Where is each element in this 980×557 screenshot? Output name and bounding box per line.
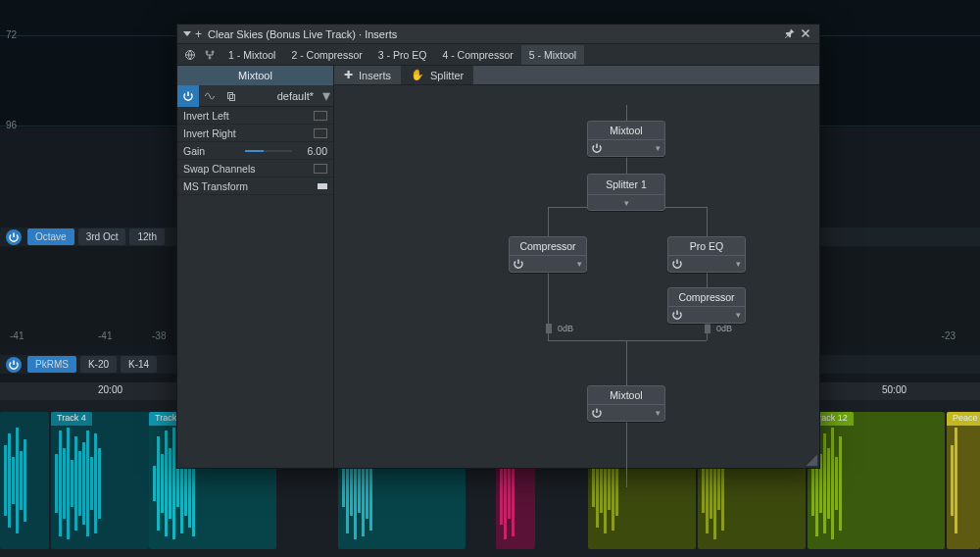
plus-icon: ✚ (344, 69, 353, 81)
axis-label: 96 (6, 120, 17, 130)
chain-tabs: 1 - Mixtool 2 - Compressor 3 - Pro EQ 4 … (220, 45, 584, 65)
close-icon[interactable] (798, 27, 813, 41)
power-icon[interactable] (6, 229, 22, 245)
routing-wire (548, 340, 707, 341)
add-icon[interactable]: + (195, 27, 202, 41)
meter-value: -38 (152, 330, 166, 341)
routing-wire (707, 207, 708, 236)
chevron-down-icon[interactable]: ▾ (686, 310, 745, 320)
meter-mode-k14[interactable]: K-14 (121, 356, 157, 373)
chevron-down-icon[interactable]: ▾ (527, 259, 586, 269)
copy-icon[interactable] (220, 85, 242, 107)
param-invert-right[interactable]: Invert Right (177, 125, 333, 142)
node-power-icon[interactable] (588, 140, 606, 156)
globe-icon[interactable] (181, 46, 199, 64)
toggle[interactable] (318, 183, 327, 189)
node-mixtool-top[interactable]: Mixtool ▾ (587, 121, 665, 157)
audio-clip[interactable]: Track 12 (808, 412, 945, 549)
titlebar[interactable]: + Clear Skies (Bonus Live Track) · Inser… (177, 25, 819, 44)
routing-wire (626, 105, 627, 121)
pin-icon[interactable] (782, 27, 798, 41)
chevron-down-icon[interactable]: ▾ (588, 198, 664, 208)
param-ms[interactable]: MS Transform (177, 177, 333, 195)
audio-clip[interactable]: Peace (947, 412, 980, 549)
checkbox[interactable] (314, 164, 327, 174)
meter-value: -41 (10, 330, 24, 341)
power-icon[interactable] (6, 357, 22, 373)
gain-handle-icon[interactable] (546, 324, 552, 333)
gain-slider[interactable] (245, 150, 292, 152)
meter-mode-k20[interactable]: K-20 (80, 356, 117, 373)
node-power-icon[interactable] (588, 405, 606, 421)
plugin-sidebar: Mixtool default* ▾ Invert Left Invert Ri… (177, 66, 334, 468)
chain-nav: 1 - Mixtool 2 - Compressor 3 - Pro EQ 4 … (177, 44, 819, 66)
param-invert-left[interactable]: Invert Left (177, 107, 333, 125)
gain-label: 0dB (716, 324, 732, 333)
checkbox[interactable] (314, 111, 327, 121)
preset-name[interactable]: default* (242, 90, 319, 102)
sidebar-plugin-tab[interactable]: Mixtool (177, 66, 333, 85)
ruler-tick: 50:00 (882, 384, 906, 395)
clip-label: Peace (947, 412, 980, 426)
routing-canvas[interactable]: ✚Inserts ✋Splitter 0dB 0dB (334, 66, 819, 468)
chain-tab-3[interactable]: 3 - Pro EQ (370, 45, 435, 65)
plugin-power-icon[interactable] (177, 85, 199, 107)
chain-tab-5[interactable]: 5 - Mixtool (521, 45, 584, 65)
node-compressor-right[interactable]: Compressor ▾ (667, 287, 746, 324)
routing-wire (626, 419, 627, 487)
routing-wire (626, 154, 627, 174)
mode-splitter[interactable]: ✋Splitter (401, 66, 473, 84)
gain-value: 6.00 (298, 145, 327, 157)
insert-chain-window[interactable]: + Clear Skies (Bonus Live Track) · Inser… (176, 24, 820, 469)
node-power-icon[interactable] (668, 307, 686, 323)
meter-mode-pkrms[interactable]: PkRMS (27, 356, 76, 373)
window-title: Clear Skies (Bonus Live Track) · Inserts (208, 28, 397, 40)
svg-point-2 (212, 51, 214, 53)
gain-label: 0dB (558, 324, 573, 333)
node-power-icon[interactable] (668, 256, 686, 272)
meter-value: -41 (98, 330, 112, 341)
phase-icon[interactable] (199, 85, 220, 107)
chain-tab-1[interactable]: 1 - Mixtool (220, 45, 283, 65)
chevron-down-icon[interactable]: ▾ (319, 86, 333, 105)
routing-wire (548, 207, 549, 236)
chain-tab-4[interactable]: 4 - Compressor (434, 45, 520, 65)
routing-icon[interactable] (201, 46, 219, 64)
svg-point-1 (206, 51, 208, 53)
spectrum-mode-octave[interactable]: Octave (27, 228, 74, 245)
param-gain[interactable]: Gain6.00 (177, 142, 333, 160)
audio-clip[interactable]: Track 4 (51, 412, 149, 549)
node-power-icon[interactable] (510, 256, 527, 272)
mode-inserts[interactable]: ✚Inserts (334, 66, 401, 84)
gain-handle-icon[interactable] (705, 324, 710, 333)
checkbox[interactable] (314, 128, 327, 138)
spectrum-mode-12th[interactable]: 12th (129, 228, 164, 245)
resize-handle-icon[interactable] (806, 454, 817, 466)
node-splitter[interactable]: Splitter 1 ▾ (587, 174, 665, 211)
chevron-down-icon[interactable]: ▾ (686, 259, 745, 269)
spectrum-mode-3rd[interactable]: 3rd Oct (78, 228, 126, 245)
node-proeq-right[interactable]: Pro EQ ▾ (667, 236, 746, 273)
ruler-tick: 20:00 (98, 384, 122, 395)
chevron-down-icon[interactable]: ▾ (606, 408, 664, 418)
audio-clip[interactable] (0, 412, 49, 549)
meter-value: -23 (942, 330, 956, 341)
routing-wire (626, 340, 627, 385)
chain-tab-2[interactable]: 2 - Compressor (283, 45, 369, 65)
node-compressor-left[interactable]: Compressor ▾ (509, 236, 587, 273)
clip-label: Track 4 (51, 412, 92, 426)
node-mixtool-bottom[interactable]: Mixtool ▾ (587, 385, 665, 422)
param-swap[interactable]: Swap Channels (177, 160, 333, 177)
svg-point-3 (209, 57, 211, 59)
hand-icon: ✋ (411, 69, 424, 81)
axis-label: 72 (6, 29, 17, 40)
dropdown-icon[interactable] (183, 31, 191, 36)
chevron-down-icon[interactable]: ▾ (606, 143, 664, 153)
